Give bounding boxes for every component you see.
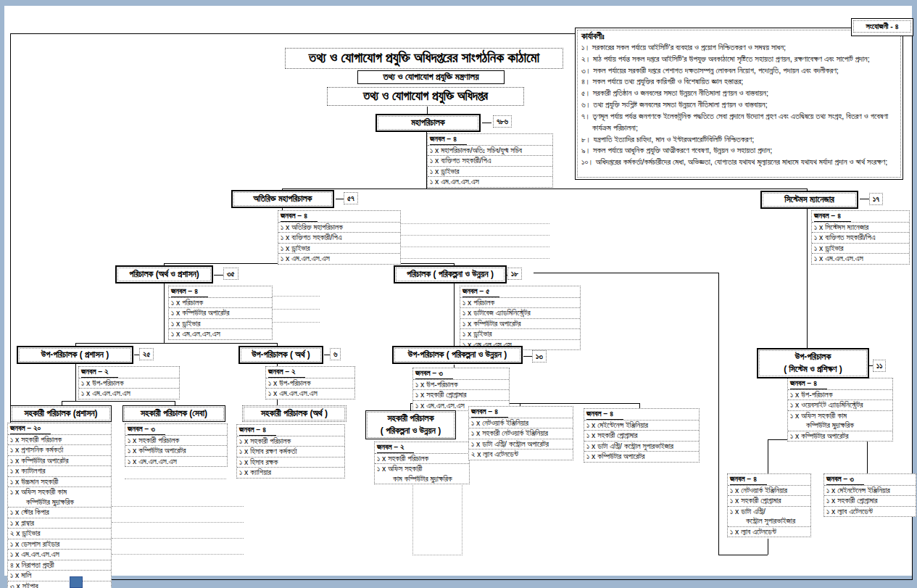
staff-header: জনবল – ৩: [125, 424, 227, 436]
staff-item: ১ x মেইন্টেনেন্স ইঞ্জিনিয়ার: [584, 421, 699, 431]
staff-item: ১ x কম্পিউটার অপারেটর: [460, 319, 580, 330]
staff-item: ১ x উপ-পরিচালক: [413, 380, 509, 391]
staff-list-assistant-director-service: জনবল – ৩ ১ x সহকারী পরিচালক১ x কম্পিউটার…: [125, 423, 228, 467]
staff-item: ১ x সহকারী পরিচালক: [237, 436, 344, 447]
connector-line: [718, 555, 768, 555]
org-box-deputy-director-system-training: উপ-পরিচালক ( সিস্টেম ও প্রশিক্ষণ ): [757, 348, 869, 378]
function-item: ৭। তৃণমূল পর্যায় পর্যন্ত জনগণকে ইলেকট্র…: [581, 111, 897, 134]
connector-line: [75, 343, 277, 344]
staff-header: জনবল – ৫: [460, 286, 580, 298]
staff-list-maintenance-team: জনবল – ৪ ১ x মেইন্টেনেন্স ইঞ্জিনিয়ার১ x…: [584, 408, 700, 463]
staff-item: ১ x ড্রাইভার: [460, 329, 580, 340]
staff-header: জনবল – ২: [79, 367, 179, 378]
staff-item: ১ x হিসাব রক্ষণ কর্মকর্তা: [237, 447, 344, 457]
org-box-director-finance-admin: পরিচালক (অর্থ ও প্রশাসন): [115, 265, 213, 283]
staff-item: ১ x অফিস সহকারী কামকম্পিউটার মুদ্রাক্ষরি…: [8, 487, 111, 508]
org-box-label: সহকারী পরিচালক (অর্থ ): [244, 407, 345, 421]
staff-item: ১ x সহকারী নেটওয়ার্ক ইঞ্জিনিয়ার: [469, 428, 573, 439]
staff-item: ১ x সহকারী পরিচালক: [125, 436, 227, 447]
functions-heading: কার্যাবলীঃ: [581, 31, 897, 42]
function-item: ৫। সরকারী প্রতিষ্ঠান ও জনবলের সমতা উন্নয…: [581, 88, 897, 99]
staff-list-lab-network-team: জনবল – ৪ ১ x নেটওয়ার্ক ইঞ্জিনিয়ার১ x স…: [727, 473, 811, 537]
connector-line: [718, 273, 719, 555]
staff-item: ১ x ড্রাইভার: [169, 319, 272, 330]
staff-list-lab-maintenance-team: জনবল – ৩ ১ x মেইনটেনেন্স ইঞ্জিনিয়ার১ x …: [823, 473, 916, 517]
staff-item: ১ x এম.এল.এস.এস: [169, 329, 272, 339]
staff-item: ১ x ড্রাইভার: [428, 167, 552, 178]
headcount-deputy-director-admin: ২৫: [139, 348, 154, 360]
staff-item: ১ x ব্যক্তিগত সহকারী/পিএ: [428, 156, 552, 167]
staff-item: ১ x কম্পিউটার অপারেটর: [788, 431, 892, 442]
org-box-additional-dg: অতিরিক্ত মহাপরিচালক: [231, 190, 334, 208]
org-box-label: উপ-পরিচালক ( সিস্টেম ও প্রশিক্ষণ ): [759, 350, 867, 376]
staff-item: ১ x অফিস সহকারী কামকম্পিউটার মুদ্রাক্ষরি…: [788, 411, 892, 431]
staff-item: ১ x ডাটা এন্ট্রি/ কন্ট্রোল অপারেটর: [469, 439, 573, 450]
staff-item: ১ x এম.এল.এস.এস: [278, 254, 400, 264]
page-title: তথ্য ও যোগাযোগ প্রযুক্তি অধিদপ্তরের সাংগ…: [285, 48, 563, 69]
staff-item: ১ x সহকারী প্রোগ্রামার: [413, 390, 509, 401]
headcount-dg: ৭৮৬: [493, 115, 512, 128]
connector-line: [807, 207, 808, 349]
staff-list-assistant-director-planning-dev: জনবল – ২ ১ x সহকারী পরিচালক১ x অফিস সহকা…: [374, 442, 470, 484]
function-item: ৩। সকল পর্যায়ের সরকারী দপ্তরে পেশাগত দক…: [581, 65, 897, 77]
org-box-label: সিস্টেমস ম্যানেজার: [763, 193, 856, 207]
function-item: ৮। যন্ত্রপাতি ইত্যাদির চাহিদা, মান ও ইন্…: [581, 134, 897, 146]
function-item: ২। মাঠ পর্যায় পর্যন্ত সকল দপ্তরে আইসিটি…: [581, 54, 897, 65]
staff-item: ১ x অতিরিক্ত মহাপরিচালক: [278, 223, 400, 233]
staff-item: ১ x এম.এল.এস.এস: [266, 389, 354, 399]
staff-item: ১ x ড্রাইভার: [812, 244, 909, 254]
staff-item: ১ x স্টোর কিপার: [8, 508, 111, 518]
staff-item: ১ x উপ-পরিচালক: [79, 378, 179, 389]
headcount-dash: [214, 275, 223, 276]
staff-list-deputy-director-admin: জনবল – ২ ১ x উপ-পরিচালক১ x এম.এল.এস.এস: [78, 366, 180, 399]
dotted-grid-artifact: [273, 296, 320, 297]
headcount-systems-manager: ১৭: [869, 193, 883, 205]
staff-item: ১ x কম্পিউটার অপারেটর: [584, 452, 699, 462]
staff-header: জনবল – ৪: [469, 407, 573, 418]
staff-list-director-planning-dev: জনবল – ৫ ১ x পরিচালক১ x ডাটাবেজ এ্যাডমিন…: [460, 286, 581, 350]
headcount-director-planning-dev: ১৮: [507, 268, 522, 280]
headcount-dash: [336, 199, 344, 199]
bottom-left-blue-square: [70, 576, 83, 588]
ministry-title: তথ্য ও যোগাযোগ প্রযুক্তি মন্ত্রণালয়: [357, 70, 505, 84]
dotted-grid-artifact: [112, 506, 244, 507]
org-box-assistant-director-service: সহকারী পরিচালক (সেবা): [123, 405, 225, 422]
org-box-label: উপ-পরিচালক ( পরিকল্পনা ও উন্নয়ন ): [394, 348, 520, 362]
headcount-deputy-director-system-training: ১১: [873, 360, 886, 372]
connector-line: [75, 363, 76, 401]
org-box-director-planning-dev: পরিচালক ( পরিকল্পনা ও উন্নয়ন ): [394, 265, 507, 283]
staff-item: ১ x ড্রাইভার: [278, 244, 400, 254]
staff-list-dg: জনবল – ৪ ১ x মহাপরিচালক/অতিঃ সচিব/যুগ্ম …: [427, 133, 553, 188]
staff-item: ১ x ডেসপাস রাইডার: [8, 539, 111, 550]
annexure-tab: সংযোজনী - ৪: [851, 18, 913, 36]
staff-item: ১ x নেটওয়ার্ক ইঞ্জিনিয়ার: [469, 418, 573, 429]
staff-header: জনবল – ২০: [8, 423, 111, 435]
staff-item: ১ x এম.এল.এস.এস: [125, 457, 227, 467]
connector-line: [454, 283, 455, 347]
staff-item: ১ x প্রশাসনিক কর্মকর্তা: [8, 445, 111, 456]
document-page: সংযোজনী - ৪ কার্যাবলীঃ ১। সরকারের সকল পর…: [4, 6, 912, 576]
staff-item: ১ x মেইনটেনেন্স ইঞ্জিনিয়ার: [824, 486, 916, 497]
dotted-grid-artifact: [399, 223, 549, 224]
staff-item: ৩ x সুইপার: [8, 581, 111, 588]
staff-list-assistant-director-admin: জনবল – ২০ ১ x সহকারী পরিচালক১ x প্রশাসনি…: [7, 423, 112, 588]
staff-item: ৪ x নিরাপত্তা প্রহরী: [8, 560, 111, 571]
staff-item: ১ x ওয়েবসাইট এ্যাডমিনিস্ট্রেটর: [788, 400, 892, 411]
department-title: তথ্য ও যোগাযোগ প্রযুক্তি অধিদপ্তর: [327, 87, 524, 106]
staff-item: ১ x কম্পিউটার অপারেটর: [125, 446, 227, 457]
connector-line: [282, 189, 808, 189]
org-box-label: উপ-পরিচালক ( প্রশাসন ): [19, 348, 131, 362]
staff-header: জনবল – ৪: [728, 474, 810, 486]
staff-item: ১ x ডাটাবেজ এ্যাডমিনিস্ট্রেটর: [460, 308, 580, 319]
staff-item: ১ x উপ-পরিচালক: [266, 378, 354, 389]
org-box-assistant-director-planning-dev: সহকারী পরিচালক ( পরিকল্পনা ও উন্নয়ন ): [365, 410, 456, 439]
org-box-deputy-director-admin: উপ-পরিচালক ( প্রশাসন ): [17, 346, 133, 364]
staff-item: ১ x ব্যক্তিগত সহকারী/পিএ: [278, 233, 400, 244]
staff-item: ১ x মালি: [8, 571, 111, 581]
staff-header: জনবল – ২: [375, 442, 469, 454]
dotted-grid-artifact: [112, 522, 244, 523]
staff-item: ১ x এম.এল.এস.এস: [8, 550, 111, 560]
connector-line: [534, 273, 718, 273]
dotted-grid-artifact: [273, 309, 320, 310]
org-box-label: মহাপরিচালক: [378, 116, 478, 130]
